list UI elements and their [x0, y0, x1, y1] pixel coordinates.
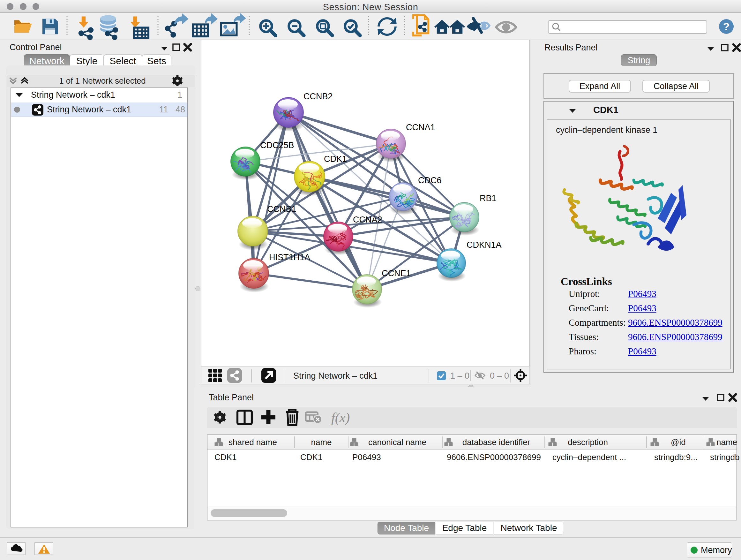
svg-text:RB1: RB1	[480, 193, 496, 203]
svg-text:CCNB1: CCNB1	[267, 204, 296, 214]
svg-text:shared name: shared name	[228, 437, 277, 447]
svg-text:canonical name: canonical name	[368, 437, 426, 447]
svg-text:0 – 0: 0 – 0	[490, 371, 509, 381]
svg-text:description: description	[568, 437, 608, 447]
svg-text:1 – 0: 1 – 0	[450, 371, 469, 381]
svg-text:namespac: namespac	[717, 437, 737, 447]
svg-text:CDC6: CDC6	[418, 176, 442, 185]
svg-text:CDC25B: CDC25B	[260, 140, 294, 150]
svg-text:CDKN1A: CDKN1A	[467, 240, 502, 250]
svg-text:HIST1H1A: HIST1H1A	[269, 253, 310, 262]
svg-text:CCNA2: CCNA2	[353, 215, 382, 225]
svg-text:name: name	[311, 437, 332, 447]
svg-text:1 of 1 Network selected: 1 of 1 Network selected	[59, 76, 146, 85]
svg-text:database identifier: database identifier	[462, 437, 530, 447]
svg-text:CCNB2: CCNB2	[304, 91, 333, 101]
svg-text:f(x): f(x)	[331, 410, 350, 425]
svg-text:CCNE1: CCNE1	[382, 268, 411, 278]
svg-text:String Network – cdk1: String Network – cdk1	[293, 371, 378, 381]
svg-text:@id: @id	[671, 437, 686, 447]
svg-text:CDK1: CDK1	[324, 154, 347, 164]
svg-text:CCNA1: CCNA1	[406, 123, 435, 132]
